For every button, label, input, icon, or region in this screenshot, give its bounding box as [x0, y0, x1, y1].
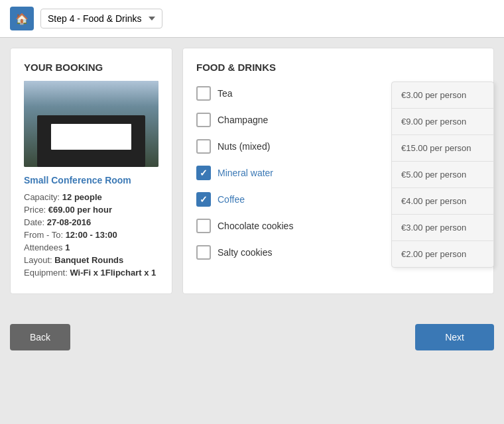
checkbox-coffee[interactable] [196, 192, 211, 207]
capacity-row: Capacity: 12 people [24, 192, 158, 202]
price-item-salty-cookies: €2.00 per person [392, 241, 493, 267]
checkbox-tea[interactable] [196, 86, 211, 101]
price-label: Price: [24, 205, 46, 215]
price-item-champagne: €9.00 per person [392, 109, 493, 135]
checkbox-nuts[interactable] [196, 139, 211, 154]
layout-value: Banquet Rounds [54, 255, 123, 265]
equipment-row: Equipment: Wi-Fi x 1Flipchart x 1 [24, 268, 158, 278]
checkbox-salty-cookies[interactable] [196, 245, 211, 260]
checkbox-mineral-water[interactable] [196, 166, 211, 180]
from-to-value: 12:00 - 13:00 [66, 230, 117, 240]
item-name-mineral-water: Mineral water [218, 168, 401, 178]
equipment-label: Equipment: [24, 268, 68, 278]
item-name-nuts: Nuts (mixed) [218, 141, 401, 152]
price-value: €69.00 per hour [48, 205, 112, 215]
booking-title: YOUR BOOKING [24, 62, 158, 73]
step-dropdown[interactable]: Step 1 - Room Step 2 - Details Step 3 - … [40, 9, 162, 28]
date-value: 27-08-2016 [47, 217, 92, 227]
booking-panel: YOUR BOOKING Small Conference Room Capac… [10, 48, 172, 294]
top-bar: 🏠 Step 1 - Room Step 2 - Details Step 3 … [0, 0, 504, 38]
price-item-tea: €3.00 per person [392, 82, 493, 109]
price-item-chocolate-cookies: €3.00 per person [392, 215, 493, 241]
layout-label: Layout: [24, 255, 52, 265]
date-row: Date: 27-08-2016 [24, 217, 158, 227]
item-name-salty-cookies: Salty cookies [218, 247, 401, 258]
attendees-label: Attendees [24, 242, 63, 252]
price-overlay: €3.00 per person€9.00 per person€15.00 p… [391, 81, 494, 268]
date-label: Date: [24, 217, 44, 227]
back-button[interactable]: Back [10, 324, 70, 350]
checkbox-champagne[interactable] [196, 113, 211, 127]
checkbox-chocolate-cookies[interactable] [196, 219, 211, 233]
item-name-tea: Tea [218, 88, 401, 99]
attendees-row: Attendees 1 [24, 242, 158, 252]
next-button[interactable]: Next [415, 324, 494, 350]
food-title: FOOD & DRINKS [196, 62, 480, 73]
item-name-chocolate-cookies: Chocolate cookies [218, 221, 401, 231]
capacity-label: Capacity: [24, 192, 60, 202]
home-button[interactable]: 🏠 [10, 7, 34, 30]
main-content: YOUR BOOKING Small Conference Room Capac… [0, 38, 504, 304]
capacity-value: 12 people [62, 192, 102, 202]
item-name-champagne: Champagne [218, 115, 401, 125]
food-panel: FOOD & DRINKS Tea▲▼peoplChampagne▲▼peopl… [182, 48, 494, 294]
price-row: Price: €69.00 per hour [24, 205, 158, 215]
from-to-label: From - To: [24, 230, 63, 240]
item-name-coffee: Coffee [218, 194, 401, 205]
room-name: Small Conference Room [24, 175, 158, 186]
attendees-value: 1 [65, 242, 70, 252]
price-item-mineral-water: €5.00 per person [392, 162, 493, 188]
layout-row: Layout: Banquet Rounds [24, 255, 158, 265]
booking-info: Capacity: 12 people Price: €69.00 per ho… [24, 192, 158, 278]
equipment-value: Wi-Fi x 1Flipchart x 1 [70, 268, 156, 278]
room-image [24, 81, 158, 167]
from-to-row: From - To: 12:00 - 13:00 [24, 230, 158, 240]
price-item-nuts: €15.00 per person [392, 135, 493, 162]
button-row: Back Next [0, 317, 504, 357]
price-item-coffee: €4.00 per person [392, 188, 493, 215]
